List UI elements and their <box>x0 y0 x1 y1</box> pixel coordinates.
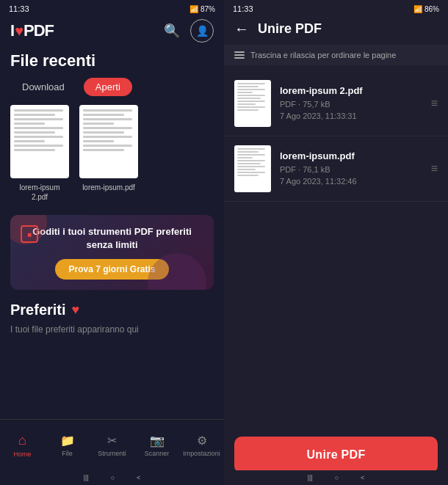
file-thumb-2[interactable]: lorem-ipsum.pdf <box>79 105 138 202</box>
left-status-icons: 📶 87% <box>189 5 215 13</box>
back-button[interactable]: ← <box>234 21 249 37</box>
right-time: 11:33 <box>233 4 253 13</box>
left-time: 11:33 <box>9 4 29 13</box>
file-name-1: lorem-ipsum 2.pdf <box>10 183 69 202</box>
search-icon[interactable]: 🔍 <box>164 23 180 39</box>
tools-icon: ✂ <box>107 434 117 448</box>
nav-tools[interactable]: ✂ Strumenti <box>90 428 134 463</box>
file-list-name-1: lorem-ipsum 2.pdf <box>280 85 422 96</box>
file-thumb-1[interactable]: lorem-ipsum 2.pdf <box>10 105 69 202</box>
app-logo: I ♥ PDF <box>10 21 54 40</box>
file-name-2: lorem-ipsum.pdf <box>82 183 135 192</box>
drag-icon <box>234 51 245 59</box>
right-title: Unire PDF <box>258 21 322 37</box>
nav-settings-label: Impostazioni <box>183 450 220 457</box>
file-grid: lorem-ipsum 2.pdf lorem-ipsum.pdf <box>0 105 224 212</box>
promo-text: Goditi i tuoi strumenti PDF preferiti se… <box>21 225 203 252</box>
logo-suffix: PDF <box>24 21 54 40</box>
nav-scanner-label: Scanner <box>145 450 170 457</box>
favorites-title: Preferiti ♥ <box>10 302 214 318</box>
logo-heart: ♥ <box>15 23 23 40</box>
file-icon: 📁 <box>60 434 75 448</box>
thumb-img-1 <box>10 105 69 178</box>
right-status-bar: 11:33 📶 86% <box>224 0 448 16</box>
nav-file-label: File <box>62 450 73 457</box>
logo-prefix: I <box>10 21 14 40</box>
file-list-meta-1: PDF · 75,7 kB 7 Ago 2023, 11:33:31 <box>280 98 422 123</box>
drag-hint-text: Trascina e rilascia per ordinare le pagi… <box>250 51 396 59</box>
left-header: I ♥ PDF 🔍 👤 <box>0 16 224 48</box>
recent-title: File recenti <box>0 48 224 78</box>
file-list-info-2: lorem-ipsum.pdf PDF · 76,1 kB 7 Ago 2023… <box>280 150 422 188</box>
left-system-bar: ||| ○ < <box>0 470 224 485</box>
nav-tools-label: Strumenti <box>98 450 126 457</box>
profile-icon[interactable]: 👤 <box>190 19 214 43</box>
promo-banner: ■ Goditi i tuoi strumenti PDF preferiti … <box>10 215 214 290</box>
nav-settings[interactable]: ⚙ Impostazioni <box>179 428 224 463</box>
list-item[interactable]: lorem-ipsum.pdf PDF · 76,1 kB 7 Ago 2023… <box>224 136 448 202</box>
heart-icon: ♥ <box>72 302 80 318</box>
list-thumb-2 <box>234 145 271 192</box>
favorites-empty: I tuoi file preferiti appariranno qui <box>10 318 214 335</box>
settings-icon: ⚙ <box>197 434 207 448</box>
file-list-meta-2: PDF · 76,1 kB 7 Ago 2023, 11:32:46 <box>280 164 422 188</box>
merge-button[interactable]: Unire PDF <box>234 437 438 473</box>
thumb-img-2 <box>79 105 138 178</box>
right-header: ← Unire PDF <box>224 16 448 45</box>
nav-home[interactable]: ⌂ Home <box>0 427 45 464</box>
promo-pdf-icon: ■ <box>21 225 38 243</box>
bottom-nav: ⌂ Home 📁 File ✂ Strumenti 📷 Scanner ⚙ Im… <box>0 419 224 470</box>
drag-hint: Trascina e rilascia per ordinare le pagi… <box>224 45 448 65</box>
left-status-bar: 11:33 📶 87% <box>0 0 224 16</box>
header-icons: 🔍 👤 <box>164 19 214 43</box>
file-list: lorem-ipsum 2.pdf PDF · 75,7 kB 7 Ago 20… <box>224 68 448 428</box>
scanner-icon: 📷 <box>150 434 165 448</box>
file-list-name-2: lorem-ipsum.pdf <box>280 150 422 161</box>
filter-aperti[interactable]: Aperti <box>84 78 132 96</box>
filter-buttons: Download Aperti <box>0 78 224 105</box>
right-panel: 11:33 📶 86% ← Unire PDF Trascina e rilas… <box>224 0 448 485</box>
drag-handle-2[interactable]: ≡ <box>431 162 438 175</box>
left-panel: 11:33 📶 87% I ♥ PDF 🔍 👤 File recenti Dow… <box>0 0 224 485</box>
list-item[interactable]: lorem-ipsum 2.pdf PDF · 75,7 kB 7 Ago 20… <box>224 71 448 136</box>
file-list-info-1: lorem-ipsum 2.pdf PDF · 75,7 kB 7 Ago 20… <box>280 85 422 123</box>
favorites-section: Preferiti ♥ I tuoi file preferiti appari… <box>0 293 224 338</box>
right-system-bar: ||| ○ < <box>224 470 448 485</box>
list-thumb-1 <box>234 80 271 127</box>
filter-download[interactable]: Download <box>10 78 76 96</box>
drag-handle-1[interactable]: ≡ <box>431 97 438 110</box>
nav-scanner[interactable]: 📷 Scanner <box>134 428 179 463</box>
right-status-icons: 📶 86% <box>413 5 439 13</box>
home-icon: ⌂ <box>18 433 26 448</box>
nav-home-label: Home <box>13 451 31 458</box>
nav-file[interactable]: 📁 File <box>45 428 90 463</box>
